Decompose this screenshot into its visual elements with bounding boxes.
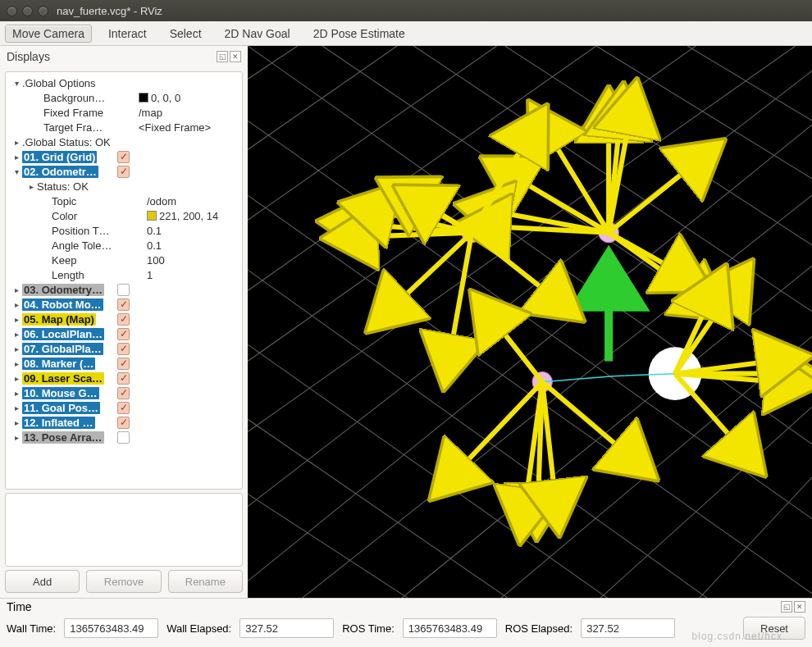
tool-2d-pose-estimate[interactable]: 2D Pose Estimate [307, 25, 412, 42]
expand-icon[interactable]: ▸ [12, 138, 21, 147]
visibility-checkbox[interactable]: ✓ [117, 343, 130, 355]
global-status-label[interactable]: .Global Status: OK [21, 136, 239, 148]
svg-line-48 [472, 233, 550, 295]
display-property-color[interactable]: Color221, 200, 14 [9, 208, 239, 223]
global-options-label[interactable]: .Global Options [21, 77, 239, 89]
tool-select[interactable]: Select [163, 25, 208, 42]
expand-icon[interactable]: ▸ [12, 153, 21, 162]
display-item[interactable]: ▸01. Grid (Grid)✓ [9, 149, 239, 164]
svg-line-51 [542, 382, 554, 494]
expand-icon[interactable]: ▾ [12, 79, 21, 88]
3d-view[interactable] [248, 46, 812, 598]
visibility-checkbox[interactable]: ✓ [117, 431, 130, 444]
close-icon[interactable] [7, 6, 17, 16]
visibility-checkbox[interactable]: ✓ [117, 328, 130, 340]
add-button[interactable]: Add [5, 570, 80, 593]
display-item[interactable]: ▸05. Map (Map)✓ [9, 312, 239, 326]
panel-close-icon[interactable]: ✕ [794, 601, 805, 613]
display-property-position[interactable]: Position T…0.1 [9, 223, 239, 238]
svg-line-23 [248, 419, 513, 598]
display-item-label: 06. LocalPlan… [22, 328, 104, 340]
visibility-checkbox[interactable]: ✓ [117, 166, 130, 178]
display-item[interactable]: ▸03. Odometry…✓ [9, 282, 239, 297]
display-item-label: 03. Odometry… [22, 284, 104, 296]
expand-icon[interactable]: ▸ [12, 389, 21, 398]
svg-line-12 [696, 477, 812, 598]
visibility-checkbox[interactable]: ✓ [117, 358, 130, 370]
svg-line-0 [248, 125, 812, 581]
color-swatch-icon [139, 93, 148, 103]
display-item[interactable]: ▸09. Laser Sca…✓ [9, 371, 239, 385]
visibility-checkbox[interactable]: ✓ [117, 387, 130, 399]
svg-line-53 [497, 324, 543, 382]
expand-icon[interactable]: ▸ [12, 403, 21, 412]
svg-line-41 [364, 233, 472, 237]
ros-time-input[interactable] [403, 618, 497, 638]
expand-icon[interactable]: ▸ [12, 344, 21, 353]
display-item[interactable]: ▸07. GlobalPla…✓ [9, 341, 239, 356]
minimize-icon[interactable] [22, 6, 33, 16]
display-item[interactable]: ▸12. Inflated …✓ [9, 415, 239, 430]
remove-button[interactable]: Remove [86, 570, 161, 593]
svg-line-20 [687, 46, 812, 121]
visibility-checkbox[interactable]: ✓ [117, 298, 130, 311]
svg-line-8 [298, 195, 812, 598]
prop-fixed-frame-value[interactable]: /map [139, 107, 239, 119]
wall-elapsed-input[interactable] [239, 618, 334, 638]
display-item-label: 02. Odometr… [22, 166, 98, 178]
display-item-label: 04. Robot Mo… [22, 298, 103, 311]
ros-elapsed-input[interactable] [581, 618, 675, 638]
display-item-label: 11. Goal Pos… [22, 402, 100, 414]
expand-icon[interactable]: ▸ [12, 374, 21, 383]
display-item-label: 12. Inflated … [22, 417, 95, 429]
panel-close-icon[interactable]: ✕ [230, 51, 241, 62]
expand-icon[interactable]: ▾ [12, 167, 21, 176]
tool-interact[interactable]: Interact [102, 25, 153, 42]
ros-elapsed-label: ROS Elapsed: [505, 622, 573, 635]
visibility-checkbox[interactable]: ✓ [117, 284, 130, 296]
display-item[interactable]: ▸10. Mouse G…✓ [9, 385, 239, 400]
visibility-checkbox[interactable]: ✓ [117, 151, 130, 163]
maximize-icon[interactable] [38, 6, 48, 16]
expand-icon[interactable]: ▸ [12, 330, 21, 339]
tool-move-camera[interactable]: Move Camera [5, 25, 92, 43]
display-item[interactable]: ▸08. Marker (…✓ [9, 356, 239, 371]
display-item[interactable]: ▸06. LocalPlan…✓ [9, 326, 239, 341]
visibility-checkbox[interactable]: ✓ [117, 372, 130, 385]
visibility-checkbox[interactable]: ✓ [117, 402, 130, 414]
prop-background-value[interactable]: 0, 0, 0 [139, 92, 239, 104]
expand-icon[interactable]: ▸ [12, 359, 21, 368]
prop-target-frame-value[interactable]: <Fixed Frame> [139, 121, 239, 134]
prop-background-label: Backgroun… [42, 92, 139, 104]
wall-time-input[interactable] [64, 618, 158, 638]
expand-icon[interactable]: ▸ [12, 418, 21, 427]
time-title: Time [7, 600, 32, 613]
panel-float-icon[interactable]: ◱ [781, 601, 792, 613]
display-property-angle[interactable]: Angle Tole…0.1 [9, 238, 239, 253]
odometry-arrows [360, 121, 779, 502]
display-property-topic[interactable]: Topic/odom [9, 194, 239, 208]
ros-time-label: ROS Time: [342, 622, 395, 635]
display-property-length[interactable]: Length1 [9, 267, 239, 282]
expand-icon[interactable]: ▸ [12, 315, 21, 324]
reset-button[interactable]: Reset [743, 617, 805, 640]
description-box [5, 493, 243, 567]
display-property-keep[interactable]: Keep100 [9, 253, 239, 267]
displays-tree[interactable]: ▾ .Global Options Backgroun… 0, 0, 0 Fix… [5, 71, 243, 490]
toolbar: Move Camera Interact Select 2D Nav Goal … [0, 21, 812, 46]
tool-2d-nav-goal[interactable]: 2D Nav Goal [218, 25, 297, 42]
display-item[interactable]: ▸13. Pose Arra…✓ [9, 430, 239, 444]
expand-icon[interactable]: ▸ [12, 285, 21, 294]
panel-float-icon[interactable]: ◱ [217, 51, 228, 62]
display-item[interactable]: ▾02. Odometr…✓ [9, 164, 239, 179]
rename-button[interactable]: Rename [168, 570, 243, 593]
expand-icon[interactable]: ▸ [12, 300, 21, 309]
display-item[interactable]: ▸04. Robot Mo…✓ [9, 297, 239, 312]
display-property-status[interactable]: ▸Status: OK [9, 179, 239, 194]
svg-line-19 [596, 46, 812, 179]
svg-line-60 [675, 374, 737, 444]
expand-icon[interactable]: ▸ [12, 433, 21, 442]
visibility-checkbox[interactable]: ✓ [117, 417, 130, 429]
visibility-checkbox[interactable]: ✓ [117, 313, 130, 326]
display-item[interactable]: ▸11. Goal Pos…✓ [9, 400, 239, 415]
